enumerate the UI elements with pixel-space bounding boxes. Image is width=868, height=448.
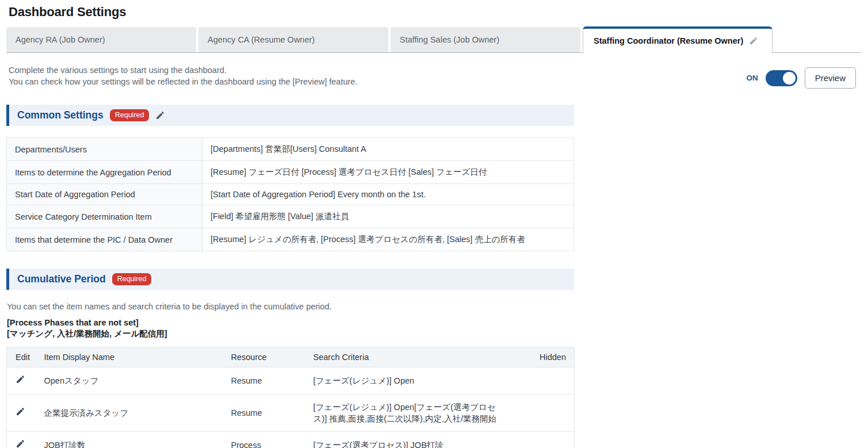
item-display-name-cell: Openスタッフ bbox=[37, 367, 224, 395]
page-title: Dashboard Settings bbox=[9, 5, 861, 20]
column-header-search-criteria: Search Criteria bbox=[307, 347, 504, 367]
common-settings-header: Common Settings Required bbox=[6, 105, 574, 126]
setting-label: Items to determine the Aggregation Perio… bbox=[7, 161, 202, 184]
intro-line-1: Complete the various settings to start u… bbox=[9, 64, 357, 76]
table-row: Start Date of Aggregation Period [Start … bbox=[7, 184, 574, 205]
cumulative-period-header: Cumulative Period Required bbox=[6, 269, 574, 290]
unset-process-phases-note: [Process Phases that are not set] [マッチング… bbox=[7, 317, 861, 339]
cumulative-period-description: You can set the item names and search cr… bbox=[7, 301, 861, 312]
tab-staffing-sales[interactable]: Staffing Sales (Job Owner) bbox=[391, 27, 580, 52]
cumulative-period-title: Cumulative Period bbox=[17, 273, 106, 285]
tab-label: Staffing Sales (Job Owner) bbox=[400, 35, 499, 44]
table-row: 企業提示済みスタッフ Resume [フェーズ(レジュメ)] Open[フェーズ… bbox=[7, 395, 575, 432]
item-display-name-cell: 企業提示済みスタッフ bbox=[37, 395, 224, 432]
unset-phases-value: [マッチング, 入社/業務開始, メール配信用] bbox=[7, 328, 861, 339]
table-header-row: Edit Item Display Name Resource Search C… bbox=[7, 347, 575, 367]
column-header-resource: Resource bbox=[224, 347, 307, 367]
tab-bar: Agency RA (Job Owner) Agency CA (Resume … bbox=[6, 27, 861, 53]
edit-row-icon[interactable] bbox=[16, 407, 25, 416]
edit-cell bbox=[7, 432, 37, 448]
resource-cell: Resume bbox=[224, 367, 307, 395]
tab-label: Agency RA (Job Owner) bbox=[16, 35, 105, 44]
toggle-knob bbox=[783, 72, 796, 85]
tab-agency-ca[interactable]: Agency CA (Resume Owner) bbox=[198, 27, 388, 52]
edit-common-settings-icon[interactable] bbox=[155, 110, 165, 120]
tab-staffing-coordinator[interactable]: Staffing Coordinator (Resume Owner) bbox=[583, 26, 773, 53]
common-settings-title: Common Settings bbox=[17, 109, 104, 121]
edit-row-icon[interactable] bbox=[16, 374, 25, 384]
tab-agency-ra[interactable]: Agency RA (Job Owner) bbox=[6, 27, 196, 52]
preview-button[interactable]: Preview bbox=[805, 67, 856, 89]
dashboard-controls: ON Preview bbox=[746, 67, 859, 89]
table-row: Service Category Determination Item [Fie… bbox=[7, 205, 574, 228]
table-row: JOB打診数 Process [フェーズ(選考プロセス)] JOB打診 bbox=[7, 432, 575, 448]
search-criteria-cell: [フェーズ(レジュメ)] Open[フェーズ(選考プロセス)] 推薦,面接,面接… bbox=[307, 395, 504, 432]
intro-line-2: You can check how your settings will be … bbox=[9, 76, 357, 87]
hidden-cell bbox=[504, 367, 575, 395]
search-criteria-cell: [フェーズ(レジュメ)] Open bbox=[307, 367, 504, 395]
intro-text: Complete the various settings to start u… bbox=[9, 64, 357, 87]
required-badge: Required bbox=[112, 273, 152, 285]
table-row: Departments/Users [Departments] 営業部[User… bbox=[7, 138, 574, 161]
common-settings-table: Departments/Users [Departments] 営業部[User… bbox=[6, 137, 574, 251]
setting-label: Service Category Determination Item bbox=[7, 205, 202, 228]
unset-phases-label: [Process Phases that are not set] bbox=[7, 317, 861, 328]
setting-label: Departments/Users bbox=[7, 138, 202, 161]
setting-value: [Resume] フェーズ日付 [Process] 選考プロセス日付 [Sale… bbox=[202, 161, 574, 184]
dashboard-settings-page: Dashboard Settings Agency RA (Job Owner)… bbox=[0, 5, 868, 448]
dashboard-on-toggle[interactable] bbox=[766, 70, 797, 86]
item-display-name-cell: JOB打診数 bbox=[37, 432, 224, 448]
column-header-item-display-name: Item Display Name bbox=[37, 347, 224, 367]
cumulative-period-table: Edit Item Display Name Resource Search C… bbox=[6, 347, 575, 448]
resource-cell: Resume bbox=[224, 395, 307, 432]
setting-label: Items that determine the PIC / Data Owne… bbox=[7, 228, 202, 251]
search-criteria-cell: [フェーズ(選考プロセス)] JOB打診 bbox=[307, 432, 504, 448]
edit-tab-icon[interactable] bbox=[749, 36, 758, 45]
column-header-edit: Edit bbox=[7, 347, 37, 367]
setting-value: [Departments] 営業部[Users] Consultant A bbox=[202, 138, 574, 161]
table-row: Openスタッフ Resume [フェーズ(レジュメ)] Open bbox=[7, 367, 575, 395]
tab-label: Agency CA (Resume Owner) bbox=[208, 35, 315, 44]
tab-label: Staffing Coordinator (Resume Owner) bbox=[594, 36, 743, 45]
required-badge: Required bbox=[110, 109, 150, 121]
edit-row-icon[interactable] bbox=[16, 439, 25, 448]
hidden-cell bbox=[504, 395, 575, 432]
setting-value: [Field] 希望雇用形態 [Value] 派遣社員 bbox=[202, 205, 574, 228]
setting-value: [Start Date of Aggregation Period] Every… bbox=[202, 184, 574, 205]
hidden-cell bbox=[504, 432, 575, 448]
toggle-state-label: ON bbox=[746, 74, 758, 82]
intro-row: Complete the various settings to start u… bbox=[6, 64, 861, 89]
edit-cell bbox=[7, 367, 37, 395]
table-row: Items that determine the PIC / Data Owne… bbox=[7, 228, 574, 251]
column-header-hidden: Hidden bbox=[504, 347, 575, 367]
setting-label: Start Date of Aggregation Period bbox=[7, 184, 202, 205]
setting-value: [Resume] レジュメの所有者, [Process] 選考プロセスの所有者,… bbox=[202, 228, 574, 251]
edit-cell bbox=[7, 395, 37, 432]
resource-cell: Process bbox=[224, 432, 307, 448]
table-row: Items to determine the Aggregation Perio… bbox=[7, 161, 574, 184]
